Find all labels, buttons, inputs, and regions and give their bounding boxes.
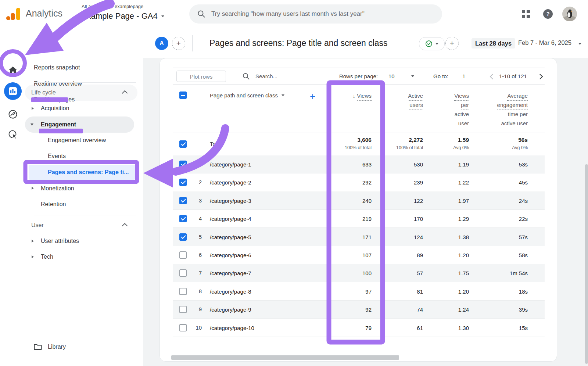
apps-grid-icon[interactable] <box>522 10 530 18</box>
google-analytics-logo-icon[interactable] <box>5 6 22 22</box>
add-comparison-button[interactable]: + <box>172 37 185 50</box>
expand-acquisition-icon[interactable] <box>32 107 34 110</box>
sidebar-item-engagement[interactable]: Engagement <box>41 120 76 129</box>
previous-page-icon[interactable] <box>490 74 496 80</box>
row-checkbox[interactable] <box>179 161 187 168</box>
horizontal-scrollbar[interactable] <box>171 355 399 360</box>
sidebar-item-tech[interactable]: Tech <box>41 252 53 262</box>
row-checkbox[interactable] <box>179 233 187 241</box>
table-row[interactable]: 1 /category/page-1 633 530 1.19 53s <box>173 155 545 173</box>
row-checkbox[interactable] <box>179 324 187 331</box>
plot-rows-button[interactable]: Plot rows <box>176 71 226 82</box>
sidebar-section-user[interactable]: User <box>31 220 44 230</box>
table-row[interactable]: 7 /category/page-7 100 57 1.75 1m 54s <box>173 264 545 282</box>
next-page-icon[interactable] <box>537 74 543 80</box>
table-row[interactable]: 4 /category/page-4 219 170 1.29 22s <box>173 210 545 228</box>
table-row[interactable]: 5 /category/page-5 171 124 1.38 57s <box>173 228 545 246</box>
check-circle-icon <box>425 40 433 47</box>
row-avg-engagement-time: 57s <box>476 228 528 246</box>
home-icon[interactable] <box>8 65 18 75</box>
select-all-checkbox[interactable] <box>179 92 187 99</box>
row-avg-engagement-time: 24s <box>476 192 528 210</box>
sidebar-item-library[interactable]: Library <box>48 342 66 352</box>
sidebar-item-user-attributes[interactable]: User attributes <box>41 236 79 246</box>
column-header-views-per-active-user[interactable]: Views per active user <box>414 92 469 128</box>
toolbar-divider <box>235 68 235 85</box>
sidebar-section-life-cycle[interactable]: Life cycle <box>31 88 56 97</box>
advertising-icon[interactable] <box>8 130 18 139</box>
sidebar-item-realtime-overview[interactable]: Realtime overview <box>34 79 82 89</box>
property-selector[interactable]: Example Page - GA4 <box>82 11 164 21</box>
row-checkbox[interactable] <box>179 251 187 259</box>
table-row[interactable]: 10 /category/page-10 79 61 1.30 15s <box>173 319 545 337</box>
row-checkbox[interactable] <box>179 215 187 222</box>
column-header-average-engagement-time[interactable]: Average engagement time per active user <box>465 92 528 128</box>
row-path: /category/page-1 <box>210 155 251 173</box>
help-icon[interactable]: ? <box>543 9 553 19</box>
row-checkbox[interactable] <box>179 288 187 295</box>
data-quality-button[interactable] <box>419 37 445 50</box>
sidebar-divider <box>31 363 135 363</box>
row-path: /category/page-4 <box>210 210 251 228</box>
bar-chart-icon <box>9 87 17 95</box>
expand-tech-icon[interactable] <box>32 255 34 258</box>
add-dimension-icon[interactable]: + <box>310 91 315 102</box>
date-range-label: Feb 7 - Mar 6, 2025 <box>518 39 571 46</box>
table-row[interactable]: 6 /category/page-6 107 89 1.20 58s <box>173 246 545 264</box>
sidebar-item-engagement-overview[interactable]: Engagement overview <box>48 136 106 145</box>
row-checkbox[interactable] <box>179 269 187 277</box>
date-range[interactable]: Feb 7 - Mar 6, 2025 <box>518 39 581 46</box>
sidebar-item-pages-and-screens[interactable]: Pages and screens: Page ti... <box>48 168 129 177</box>
row-active-users: 61 <box>379 319 423 337</box>
table-row[interactable]: 2 /category/page-2 292 239 1.22 45s <box>173 173 545 191</box>
sidebar-item-monetization[interactable]: Monetization <box>41 184 74 193</box>
breadcrumb-account[interactable]: All accounts <box>82 4 107 9</box>
sidebar-item-events[interactable]: Events <box>48 151 66 161</box>
total-avg-engagement-time: 56sAvg 0% <box>476 136 528 151</box>
row-path: /category/page-10 <box>210 319 254 337</box>
sidebar-item-reports-snapshot[interactable]: Reports snapshot <box>34 63 80 72</box>
dimension-selector[interactable]: Page path and screen class <box>210 92 284 98</box>
row-path: /category/page-8 <box>210 283 251 301</box>
column-header-views[interactable]: ↓ Views <box>316 92 372 101</box>
row-checkbox[interactable] <box>179 306 187 313</box>
collapse-engagement-icon[interactable] <box>31 123 33 126</box>
sidebar-item-retention[interactable]: Retention <box>41 200 66 209</box>
total-label: Total <box>210 133 222 151</box>
sidebar-divider <box>34 215 136 215</box>
row-views-per-active-user: 1.24 <box>425 301 469 319</box>
chevron-down-icon <box>161 15 164 17</box>
chevron-down-icon[interactable] <box>411 75 414 77</box>
table-row[interactable]: 8 /category/page-8 97 81 1.20 18s <box>173 283 545 301</box>
expand-user-attributes-icon[interactable] <box>32 240 34 243</box>
expand-monetization-icon[interactable] <box>32 187 34 190</box>
search-placeholder: Try searching "how many users last month… <box>211 10 365 18</box>
table-row[interactable]: 9 /category/page-9 92 74 1.24 39s <box>173 301 545 319</box>
go-to-input[interactable]: 1 <box>462 68 465 85</box>
global-search-input[interactable]: Try searching "how many users last month… <box>189 4 442 24</box>
table-search-input[interactable]: Search... <box>255 68 277 85</box>
row-views: 100 <box>327 264 372 282</box>
table-row[interactable]: 3 /category/page-3 240 122 1.97 24s <box>173 192 545 210</box>
breadcrumb[interactable]: All accounts examplepage <box>82 4 143 9</box>
row-views: 92 <box>327 301 372 319</box>
date-preset-badge[interactable]: Last 28 days <box>472 38 515 49</box>
avatar[interactable] <box>562 7 577 21</box>
row-checkbox[interactable] <box>179 197 187 204</box>
breadcrumb-property[interactable]: examplepage <box>115 4 143 9</box>
add-report-action-button[interactable]: + <box>445 37 459 50</box>
chevron-down-icon <box>578 43 581 45</box>
pagination-status: 1-10 of 121 <box>499 68 527 85</box>
reports-nav-icon[interactable] <box>4 82 22 100</box>
report-owner-badge[interactable]: A <box>155 37 168 50</box>
sidebar-item-acquisition[interactable]: Acquisition <box>41 104 69 113</box>
total-row-checkbox[interactable] <box>179 140 187 148</box>
vertical-scrollbar[interactable] <box>585 164 588 364</box>
collapse-section-icon[interactable] <box>122 223 128 229</box>
explore-icon[interactable] <box>8 110 18 119</box>
rows-per-page-select[interactable]: 10 <box>388 68 395 85</box>
row-index: 1 <box>191 155 202 173</box>
row-checkbox[interactable] <box>179 179 187 186</box>
product-name: Analytics <box>26 8 62 19</box>
row-views: 219 <box>327 210 372 228</box>
